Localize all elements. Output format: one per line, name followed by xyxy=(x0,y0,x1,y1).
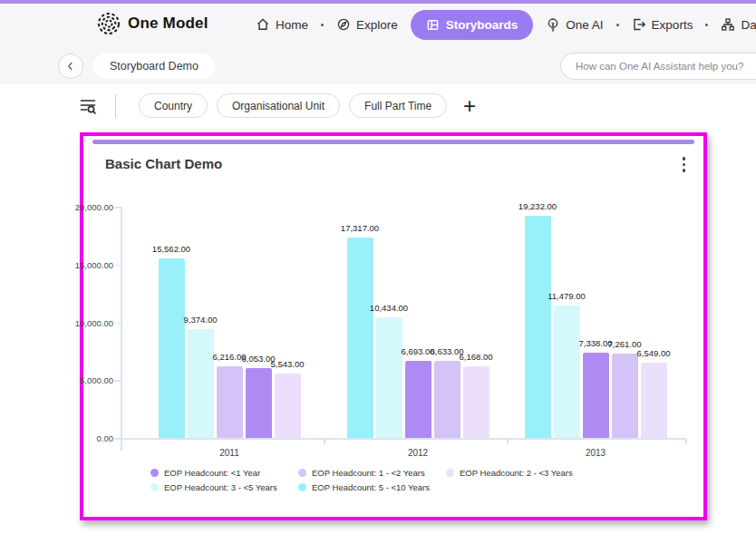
assistant-input[interactable] xyxy=(561,53,756,79)
bar-2011-s0[interactable] xyxy=(246,368,272,438)
back-button[interactable] xyxy=(58,53,83,79)
data-hierarchy-icon xyxy=(721,17,735,32)
chart-plot: 20,000.0015,000.0010,000.005,000.000.001… xyxy=(83,136,703,517)
x-tick-mark xyxy=(685,438,687,444)
legend-dot-icon xyxy=(298,469,306,477)
nav-separator-dot xyxy=(321,24,324,26)
app-root: { "brand": { "name": "One Model" }, "nav… xyxy=(0,0,756,544)
y-tick-label: 0.00 xyxy=(63,433,113,443)
bar-2013-s1[interactable] xyxy=(612,354,638,438)
y-tick-label: 20,000.00 xyxy=(63,202,113,212)
legend-item-4[interactable]: EOP Headcount: 5 - <10 Years xyxy=(298,482,446,492)
y-tick-mark xyxy=(114,438,121,440)
filter-chip-country[interactable]: Country xyxy=(139,93,208,118)
filter-list-search-icon[interactable] xyxy=(78,96,98,116)
filter-chip-full-part-time[interactable]: Full Part Time xyxy=(349,93,447,118)
bar-2011-s1[interactable] xyxy=(217,366,243,438)
nav-separator-dot xyxy=(705,24,708,26)
bar-value-label: 11,479.00 xyxy=(534,291,599,301)
bar-value-label: 10,434.00 xyxy=(356,303,422,313)
lightbulb-icon xyxy=(546,17,560,32)
chevron-left-icon xyxy=(64,60,77,73)
legend-dot-icon xyxy=(150,469,159,477)
legend-item-0[interactable]: EOP Headcount: <1 Year xyxy=(150,468,298,478)
toolbar-divider xyxy=(115,94,116,118)
x-tick-mark xyxy=(324,438,325,444)
bar-2011-s4[interactable] xyxy=(159,258,185,438)
y-axis-line xyxy=(121,207,122,451)
bar-2013-s4[interactable] xyxy=(525,216,551,438)
nav-item-one-ai[interactable]: One AI xyxy=(546,17,603,32)
nav-item-exports[interactable]: Exports xyxy=(632,17,693,32)
bar-2012-s0[interactable] xyxy=(405,361,431,438)
nav-item-explore[interactable]: Explore xyxy=(336,17,398,32)
legend-dot-icon xyxy=(298,483,306,491)
y-tick-mark xyxy=(114,380,121,382)
breadcrumb-title: Storyboard Demo xyxy=(110,60,199,73)
bar-2013-s0[interactable] xyxy=(583,353,609,438)
main-nav: Home Explore Storyboards One AI Exports … xyxy=(256,4,756,45)
export-icon xyxy=(632,17,646,32)
nav-separator-dot xyxy=(616,24,619,26)
bar-value-label: 5,543.00 xyxy=(255,359,320,369)
bar-value-label: 19,232.00 xyxy=(505,201,570,211)
legend-label: EOP Headcount: 3 - <5 Years xyxy=(164,482,277,492)
chart-legend: EOP Headcount: <1 YearEOP Headcount: 1 -… xyxy=(150,468,658,492)
add-filter-plus-icon[interactable]: + xyxy=(463,97,476,115)
bar-value-label: 17,317.00 xyxy=(327,223,393,233)
x-tick-label-2013: 2013 xyxy=(564,448,627,458)
x-tick-label-2011: 2011 xyxy=(198,448,261,458)
nav-item-storyboards-active[interactable]: Storyboards xyxy=(411,10,534,40)
nav-item-data[interactable]: Data xyxy=(721,17,756,32)
y-tick-label: 10,000.00 xyxy=(63,318,113,328)
bar-value-label: 6,549.00 xyxy=(621,348,686,358)
bar-2012-s2[interactable] xyxy=(463,366,489,438)
x-tick-label-2012: 2012 xyxy=(386,448,450,458)
x-axis-line xyxy=(121,438,685,440)
brand[interactable]: One Model xyxy=(96,11,208,36)
filter-chip-organisational-unit[interactable]: Organisational Unit xyxy=(217,93,340,118)
brand-name: One Model xyxy=(128,15,208,33)
compass-icon xyxy=(336,17,351,32)
y-tick-mark xyxy=(114,323,121,325)
storyboard-icon xyxy=(426,18,440,32)
bar-2012-s4[interactable] xyxy=(347,238,373,438)
legend-item-3[interactable]: EOP Headcount: 3 - <5 Years xyxy=(150,482,298,492)
y-tick-mark xyxy=(114,207,121,209)
nav-item-home[interactable]: Home xyxy=(256,17,308,32)
bar-2013-s2[interactable] xyxy=(641,363,667,438)
app-header: One Model Home Explore Storyboards One A… xyxy=(0,4,756,84)
y-tick-mark xyxy=(114,265,121,267)
legend-dot-icon xyxy=(150,483,159,491)
legend-dot-icon xyxy=(446,469,454,477)
bar-value-label: 15,562.00 xyxy=(139,244,204,254)
y-tick-label: 15,000.00 xyxy=(63,260,113,270)
legend-label: EOP Headcount: 2 - <3 Years xyxy=(460,468,573,478)
legend-item-1[interactable]: EOP Headcount: 1 - <2 Years xyxy=(298,468,446,478)
bar-2012-s3[interactable] xyxy=(376,317,402,438)
bar-2013-s3[interactable] xyxy=(554,306,580,438)
legend-label: EOP Headcount: <1 Year xyxy=(164,468,260,478)
bar-2012-s1[interactable] xyxy=(434,361,460,438)
storyboard-tile-highlighted: Basic Chart Demo 20,000.0015,000.0010,00… xyxy=(80,132,707,520)
home-icon xyxy=(256,17,270,32)
bar-2011-s2[interactable] xyxy=(275,374,301,438)
legend-label: EOP Headcount: 5 - <10 Years xyxy=(312,482,430,492)
y-tick-label: 5,000.00 xyxy=(63,375,113,385)
ai-assistant-search xyxy=(560,53,756,80)
breadcrumb[interactable]: Storyboard Demo xyxy=(93,53,215,79)
bar-2011-s3[interactable] xyxy=(188,329,214,438)
legend-label: EOP Headcount: 1 - <2 Years xyxy=(312,468,425,478)
filter-chips: Country Organisational Unit Full Part Ti… xyxy=(139,93,476,118)
legend-item-2[interactable]: EOP Headcount: 2 - <3 Years xyxy=(446,468,594,478)
one-model-swirl-logo-icon xyxy=(96,11,121,36)
bar-value-label: 6,168.00 xyxy=(443,352,509,362)
bar-value-label: 9,374.00 xyxy=(168,315,233,325)
x-tick-mark xyxy=(507,438,509,444)
